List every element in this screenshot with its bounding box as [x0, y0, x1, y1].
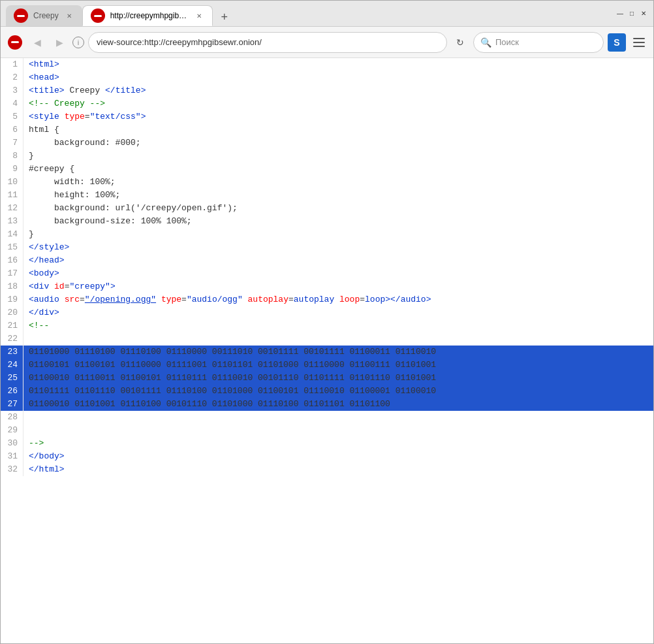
tab-area: Creepy ✕ http://creepymhpgibsewr.oni... … — [6, 1, 608, 26]
source-line-29: 29 — [1, 424, 653, 437]
tab-label-source: http://creepymhpgibsewr.oni... — [110, 11, 189, 20]
source-line-4: 4<!-- Creepy --> — [1, 97, 653, 110]
line-number-18: 18 — [1, 280, 23, 293]
line-content-6: html { — [23, 123, 62, 137]
line-content-18: <div id="creepy"> — [23, 280, 118, 293]
source-code-area: 1<html>2<head>3<title> Creepy </title>4<… — [1, 58, 653, 643]
source-line-20: 20</div> — [1, 306, 653, 319]
line-content-25: 01100010 01110011 01100101 01110111 0111… — [23, 372, 439, 385]
source-line-24: 2401100101 01100101 01110000 01111001 01… — [1, 359, 653, 372]
line-number-32: 32 — [1, 463, 23, 476]
maximize-button[interactable]: □ — [627, 9, 636, 18]
line-number-22: 22 — [1, 332, 23, 346]
line-content-27: 01100010 01101001 01110100 00101110 0110… — [23, 398, 393, 411]
no-entry-icon — [8, 35, 22, 50]
nav-bar: ◀ ▶ i view-source:http://creepymhpgibsew… — [1, 27, 653, 58]
source-line-8: 8} — [1, 150, 653, 163]
line-number-27: 27 — [1, 398, 23, 411]
line-number-20: 20 — [1, 306, 23, 319]
line-number-12: 12 — [1, 202, 23, 215]
line-content-11: height: 100%; — [23, 189, 123, 202]
line-number-16: 16 — [1, 254, 23, 267]
refresh-button[interactable]: ↻ — [451, 33, 469, 52]
line-content-9: #creepy { — [23, 163, 77, 176]
line-content-31: </body> — [23, 450, 67, 463]
close-button[interactable]: ✕ — [639, 9, 648, 18]
source-line-11: 11 height: 100%; — [1, 189, 653, 202]
source-line-26: 2601101111 01101110 00101111 01110100 01… — [1, 385, 653, 398]
title-bar: Creepy ✕ http://creepymhpgibsewr.oni... … — [1, 1, 653, 27]
line-content-21: <!-- — [23, 319, 52, 332]
address-bar[interactable]: view-source:http://creepymhpgibsewr.onio… — [88, 32, 447, 53]
source-line-9: 9#creepy { — [1, 163, 653, 176]
browser-window: Creepy ✕ http://creepymhpgibsewr.oni... … — [0, 0, 654, 644]
tab-favicon-creepy — [14, 8, 28, 23]
line-content-14: } — [23, 228, 37, 241]
line-content-3: <title> Creepy </title> — [23, 84, 148, 97]
source-line-32: 32</html> — [1, 463, 653, 476]
site-favicon — [6, 33, 24, 52]
line-number-30: 30 — [1, 437, 23, 450]
source-line-16: 16</head> — [1, 254, 653, 267]
line-number-7: 7 — [1, 137, 23, 150]
tab-close-source[interactable]: ✕ — [194, 10, 204, 21]
line-number-26: 26 — [1, 385, 23, 398]
line-number-15: 15 — [1, 241, 23, 254]
forward-button[interactable]: ▶ — [50, 33, 69, 52]
line-number-29: 29 — [1, 424, 23, 437]
source-line-6: 6html { — [1, 123, 653, 137]
firefox-icon: S — [608, 33, 626, 52]
new-tab-button[interactable]: + — [215, 8, 234, 26]
search-placeholder: Поиск — [495, 37, 519, 47]
back-button[interactable]: ◀ — [28, 33, 46, 52]
line-content-32: </html> — [23, 463, 67, 476]
source-line-25: 2501100010 01110011 01100101 01110111 01… — [1, 372, 653, 385]
minimize-button[interactable]: — — [615, 9, 625, 18]
source-line-22: 22 — [1, 332, 653, 346]
line-content-22 — [23, 332, 31, 346]
line-number-10: 10 — [1, 176, 23, 189]
line-content-30: --> — [23, 437, 46, 450]
line-number-11: 11 — [1, 189, 23, 202]
source-line-12: 12 background: url('/creepy/open.gif'); — [1, 202, 653, 215]
line-content-15: </style> — [23, 241, 72, 254]
source-line-28: 28 — [1, 411, 653, 424]
line-content-28 — [23, 411, 31, 424]
source-line-27: 2701100010 01101001 01110100 00101110 01… — [1, 398, 653, 411]
line-number-4: 4 — [1, 97, 23, 110]
source-line-2: 2<head> — [1, 71, 653, 84]
line-content-24: 01100101 01100101 01110000 01111001 0110… — [23, 359, 439, 372]
line-number-8: 8 — [1, 150, 23, 163]
source-line-18: 18<div id="creepy"> — [1, 280, 653, 293]
search-bar[interactable]: 🔍 Поиск — [473, 32, 604, 53]
window-controls: — □ ✕ — [615, 9, 648, 18]
line-content-29 — [23, 424, 31, 437]
line-number-23: 23 — [1, 346, 23, 359]
line-number-2: 2 — [1, 71, 23, 84]
line-number-17: 17 — [1, 267, 23, 280]
line-number-1: 1 — [1, 58, 23, 71]
info-icon[interactable]: i — [72, 37, 84, 48]
address-text: view-source:http://creepymhpgibsewr.onio… — [97, 37, 262, 47]
source-line-3: 3<title> Creepy </title> — [1, 84, 653, 97]
line-content-13: background-size: 100% 100%; — [23, 215, 195, 228]
line-number-14: 14 — [1, 228, 23, 241]
line-content-26: 01101111 01101110 00101111 01110100 0110… — [23, 385, 439, 398]
line-number-24: 24 — [1, 359, 23, 372]
line-content-1: <html> — [23, 58, 62, 71]
line-content-10: width: 100%; — [23, 176, 118, 189]
tab-creepy[interactable]: Creepy ✕ — [6, 5, 82, 26]
tab-source[interactable]: http://creepymhpgibsewr.oni... ✕ — [82, 5, 213, 26]
source-line-19: 19<audio src="/opening.ogg" type="audio/… — [1, 293, 653, 306]
source-line-14: 14} — [1, 228, 653, 241]
line-number-6: 6 — [1, 123, 23, 137]
tab-label-creepy: Creepy — [33, 11, 59, 20]
menu-button[interactable] — [630, 33, 648, 52]
line-content-4: <!-- Creepy --> — [23, 97, 108, 110]
address-bar-wrapper: view-source:http://creepymhpgibsewr.onio… — [88, 32, 447, 53]
source-line-10: 10 width: 100%; — [1, 176, 653, 189]
line-number-3: 3 — [1, 84, 23, 97]
line-content-20: </div> — [23, 306, 62, 319]
tab-close-creepy[interactable]: ✕ — [64, 10, 74, 21]
line-number-31: 31 — [1, 450, 23, 463]
